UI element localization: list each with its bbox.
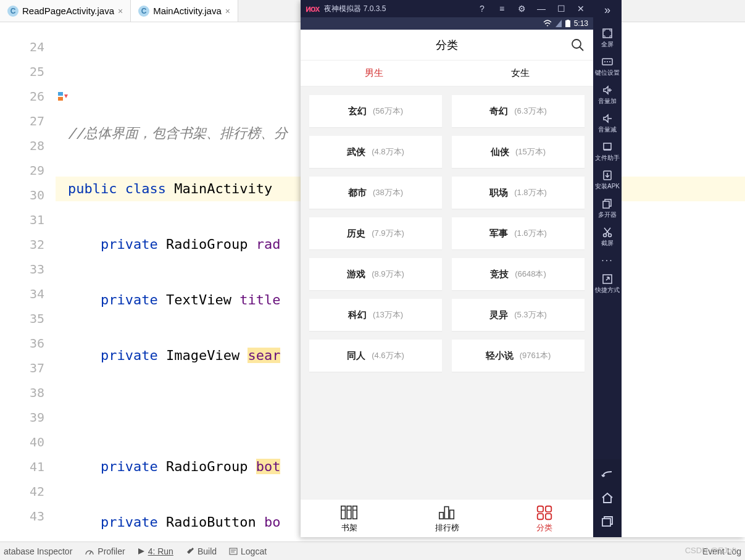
category-count: (4.6万本) <box>372 350 404 361</box>
category-name: 轻小说 <box>486 350 514 362</box>
profiler-button[interactable]: Profiler <box>85 546 125 556</box>
nav-category[interactable]: 分类 <box>496 499 593 537</box>
tab-readpage[interactable]: C ReadPageActivity.java × <box>0 0 131 22</box>
side-cut[interactable]: 截屏 <box>595 223 620 251</box>
category-card[interactable]: 奇幻(6.3万本) <box>452 95 585 127</box>
tab-label: ReadPageActivity.java <box>22 6 114 16</box>
close-icon[interactable]: × <box>225 6 230 16</box>
code-comment: //总体界面，包含书架、排行榜、分 <box>68 125 288 141</box>
category-name: 科幻 <box>348 309 367 321</box>
grid-icon <box>535 504 554 521</box>
recents-key-icon[interactable] <box>601 515 614 527</box>
category-card[interactable]: 灵异(5.3万本) <box>452 299 585 331</box>
side-fullscreen[interactable]: 全屏 <box>595 24 620 52</box>
side-volup[interactable]: 音量加 <box>595 81 620 109</box>
svg-rect-26 <box>603 29 612 38</box>
close-icon[interactable]: ✕ <box>573 4 588 14</box>
svg-point-28 <box>604 61 606 62</box>
category-count: (9761本) <box>520 350 551 361</box>
apk-icon <box>602 170 613 181</box>
help-icon[interactable]: ? <box>475 4 489 14</box>
category-card[interactable]: 竞技(6648本) <box>452 258 585 290</box>
build-button[interactable]: Build <box>186 546 217 556</box>
category-name: 游戏 <box>347 269 365 280</box>
category-card[interactable]: 玄幻(56万本) <box>309 95 442 127</box>
emulator-window: ᴎox 夜神模拟器 7.0.3.5 ? ≡ ⚙ — ☐ ✕ 5:13 分类 男生… <box>301 0 745 537</box>
category-count: (5.3万本) <box>514 309 547 320</box>
svg-marker-8 <box>556 20 562 27</box>
override-marker-icon <box>58 92 69 101</box>
side-keyboard[interactable]: 键位设置 <box>595 52 620 81</box>
shortcut-icon <box>602 274 613 285</box>
clock: 5:13 <box>574 19 588 28</box>
category-card[interactable]: 军事(1.6万本) <box>452 217 585 249</box>
svg-point-30 <box>609 61 610 62</box>
tab-mainactivity[interactable]: C MainActivity.java × <box>131 0 238 22</box>
category-count: (56万本) <box>373 106 403 117</box>
side-apk[interactable]: 安装APK <box>595 166 620 194</box>
android-nav-keys <box>593 459 622 537</box>
side-multi[interactable]: 多开器 <box>595 194 620 223</box>
minimize-icon[interactable]: — <box>534 4 549 14</box>
run-button[interactable]: 4: Run <box>138 546 173 556</box>
category-card[interactable]: 科幻(13万本) <box>309 299 442 331</box>
tab-female[interactable]: 女生 <box>447 61 593 86</box>
db-inspector-button[interactable]: atabase Inspector <box>4 546 72 556</box>
category-name: 竞技 <box>490 269 509 280</box>
category-count: (4.8万本) <box>372 146 404 157</box>
category-card[interactable]: 历史(7.9万本) <box>309 217 442 249</box>
logcat-button[interactable]: Logcat <box>229 546 267 556</box>
side-voldown[interactable]: 音量减 <box>595 109 620 138</box>
svg-rect-1 <box>58 97 63 101</box>
maximize-icon[interactable]: ☐ <box>554 4 568 14</box>
android-status-bar: 5:13 <box>301 17 593 30</box>
back-key-icon[interactable] <box>601 469 614 480</box>
category-name: 武侠 <box>347 146 365 158</box>
svg-rect-14 <box>347 506 351 519</box>
logcat-icon <box>229 547 238 556</box>
nav-rank[interactable]: 排行榜 <box>398 499 496 537</box>
java-class-icon: C <box>7 6 19 17</box>
wifi-icon <box>543 20 552 27</box>
category-card[interactable]: 游戏(8.9万本) <box>309 258 442 290</box>
category-name: 职场 <box>489 187 508 199</box>
gear-icon[interactable]: ⚙ <box>514 4 529 14</box>
category-card[interactable]: 同人(4.6万本) <box>309 340 442 372</box>
svg-rect-21 <box>450 510 454 519</box>
category-count: (1.8万本) <box>514 187 547 198</box>
svg-rect-19 <box>439 512 444 519</box>
nav-shelf[interactable]: 书架 <box>301 499 398 537</box>
category-card[interactable]: 都市(38万本) <box>309 177 442 209</box>
menu-icon[interactable]: ≡ <box>494 4 509 14</box>
side-shortcut[interactable]: 快捷方式 <box>595 270 620 298</box>
category-card[interactable]: 仙侠(15万本) <box>452 136 585 168</box>
emulator-titlebar[interactable]: ᴎox 夜神模拟器 7.0.3.5 ? ≡ ⚙ — ☐ ✕ <box>301 0 593 17</box>
app-bottom-nav: 书架 排行榜 分类 <box>301 499 593 537</box>
side-file[interactable]: 文件助手 <box>595 138 620 166</box>
tab-male[interactable]: 男生 <box>301 61 447 86</box>
category-count: (15万本) <box>515 146 546 157</box>
category-grid[interactable]: 玄幻(56万本)奇幻(6.3万本)武侠(4.8万本)仙侠(15万本)都市(38万… <box>301 86 593 499</box>
emulator-sidebar: » 全屏键位设置音量加音量减文件助手安装APK多开器截屏···快捷方式 <box>593 0 622 537</box>
search-icon[interactable] <box>571 38 585 52</box>
keyboard-icon <box>602 56 613 67</box>
category-card[interactable]: 轻小说(9761本) <box>452 340 585 372</box>
category-card[interactable]: 武侠(4.8万本) <box>309 136 442 168</box>
category-name: 军事 <box>489 228 508 240</box>
category-card[interactable]: 职场(1.8万本) <box>452 177 585 209</box>
side-more[interactable]: ··· <box>595 251 620 270</box>
category-count: (6.3万本) <box>514 106 547 117</box>
close-icon[interactable]: × <box>118 6 123 16</box>
home-key-icon[interactable] <box>601 491 614 504</box>
svg-rect-0 <box>58 92 63 96</box>
svg-rect-34 <box>604 143 611 149</box>
svg-marker-4 <box>138 548 144 554</box>
page-title: 分类 <box>436 38 458 52</box>
fullscreen-icon <box>602 28 613 39</box>
file-icon <box>602 141 613 153</box>
battery-icon <box>565 20 570 27</box>
svg-rect-13 <box>341 506 346 519</box>
svg-rect-10 <box>567 20 569 20</box>
collapse-icon[interactable]: » <box>604 4 610 17</box>
svg-rect-25 <box>546 513 551 519</box>
